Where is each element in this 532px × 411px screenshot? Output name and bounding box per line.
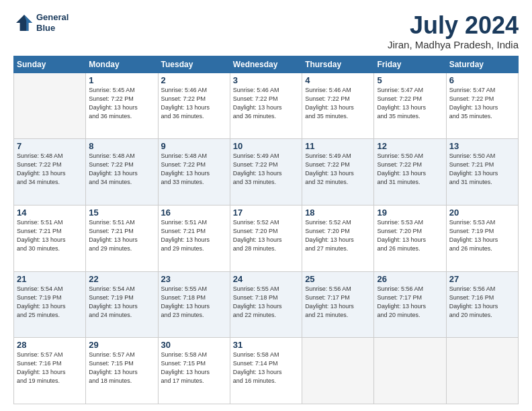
day-number: 18 bbox=[305, 208, 371, 218]
calendar-day-cell: 20Sunrise: 5:53 AMSunset: 7:19 PMDayligh… bbox=[446, 205, 518, 271]
calendar-day-cell: 21Sunrise: 5:54 AMSunset: 7:19 PMDayligh… bbox=[14, 271, 86, 338]
day-info: Sunrise: 5:46 AMSunset: 7:22 PMDaylight:… bbox=[233, 86, 299, 121]
day-number: 19 bbox=[377, 208, 443, 218]
day-number: 27 bbox=[449, 274, 515, 284]
day-number: 24 bbox=[233, 274, 299, 284]
day-info: Sunrise: 5:47 AMSunset: 7:22 PMDaylight:… bbox=[377, 86, 443, 121]
day-number: 15 bbox=[89, 208, 154, 218]
calendar-table: SundayMondayTuesdayWednesdayThursdayFrid… bbox=[13, 56, 519, 404]
day-info: Sunrise: 5:58 AMSunset: 7:14 PMDaylight:… bbox=[233, 351, 299, 385]
day-number: 30 bbox=[161, 340, 227, 350]
day-number: 4 bbox=[305, 75, 371, 85]
day-number: 23 bbox=[161, 274, 227, 284]
calendar-day-cell: 23Sunrise: 5:55 AMSunset: 7:18 PMDayligh… bbox=[158, 271, 230, 338]
day-info: Sunrise: 5:49 AMSunset: 7:22 PMDaylight:… bbox=[305, 152, 371, 187]
day-number: 16 bbox=[161, 208, 227, 218]
day-info: Sunrise: 5:54 AMSunset: 7:19 PMDaylight:… bbox=[17, 285, 83, 320]
day-info: Sunrise: 5:51 AMSunset: 7:21 PMDaylight:… bbox=[161, 218, 227, 253]
calendar-day-cell: 3Sunrise: 5:46 AMSunset: 7:22 PMDaylight… bbox=[230, 73, 302, 139]
calendar-header-sunday: Sunday bbox=[14, 56, 86, 73]
day-info: Sunrise: 5:53 AMSunset: 7:19 PMDaylight:… bbox=[449, 218, 515, 253]
calendar-header-thursday: Thursday bbox=[302, 56, 374, 73]
day-info: Sunrise: 5:52 AMSunset: 7:20 PMDaylight:… bbox=[233, 218, 299, 253]
day-number: 9 bbox=[161, 141, 227, 151]
calendar-day-cell: 26Sunrise: 5:56 AMSunset: 7:17 PMDayligh… bbox=[374, 271, 446, 338]
day-number: 11 bbox=[305, 141, 371, 151]
day-info: Sunrise: 5:55 AMSunset: 7:18 PMDaylight:… bbox=[233, 285, 299, 320]
day-number: 2 bbox=[161, 75, 227, 85]
calendar-header-saturday: Saturday bbox=[446, 56, 518, 73]
calendar-day-cell: 30Sunrise: 5:58 AMSunset: 7:15 PMDayligh… bbox=[158, 338, 230, 404]
location: Jiran, Madhya Pradesh, India bbox=[388, 39, 519, 50]
month-title: July 2024 bbox=[388, 12, 519, 39]
calendar-week-row: 14Sunrise: 5:51 AMSunset: 7:21 PMDayligh… bbox=[14, 205, 519, 271]
calendar-week-row: 28Sunrise: 5:57 AMSunset: 7:16 PMDayligh… bbox=[14, 338, 519, 404]
day-info: Sunrise: 5:47 AMSunset: 7:22 PMDaylight:… bbox=[449, 86, 515, 121]
day-info: Sunrise: 5:50 AMSunset: 7:21 PMDaylight:… bbox=[449, 152, 515, 187]
calendar-header-friday: Friday bbox=[374, 56, 446, 73]
day-info: Sunrise: 5:58 AMSunset: 7:15 PMDaylight:… bbox=[161, 351, 227, 385]
calendar-day-cell: 18Sunrise: 5:52 AMSunset: 7:20 PMDayligh… bbox=[302, 205, 374, 271]
calendar-week-row: 7Sunrise: 5:48 AMSunset: 7:22 PMDaylight… bbox=[14, 139, 519, 205]
day-info: Sunrise: 5:55 AMSunset: 7:18 PMDaylight:… bbox=[161, 285, 227, 320]
day-number: 6 bbox=[449, 75, 515, 85]
day-number: 31 bbox=[233, 340, 299, 350]
day-info: Sunrise: 5:56 AMSunset: 7:17 PMDaylight:… bbox=[305, 285, 371, 320]
calendar-day-cell: 27Sunrise: 5:56 AMSunset: 7:16 PMDayligh… bbox=[446, 271, 518, 338]
calendar-day-cell: 5Sunrise: 5:47 AMSunset: 7:22 PMDaylight… bbox=[374, 73, 446, 139]
day-number: 10 bbox=[233, 141, 299, 151]
calendar-day-cell: 13Sunrise: 5:50 AMSunset: 7:21 PMDayligh… bbox=[446, 139, 518, 205]
calendar-day-cell bbox=[374, 338, 446, 404]
calendar-day-cell: 31Sunrise: 5:58 AMSunset: 7:14 PMDayligh… bbox=[230, 338, 302, 404]
calendar-day-cell: 14Sunrise: 5:51 AMSunset: 7:21 PMDayligh… bbox=[14, 205, 86, 271]
logo-text: General Blue bbox=[36, 12, 69, 33]
day-number: 7 bbox=[17, 141, 83, 151]
day-info: Sunrise: 5:52 AMSunset: 7:20 PMDaylight:… bbox=[305, 218, 371, 253]
day-info: Sunrise: 5:48 AMSunset: 7:22 PMDaylight:… bbox=[89, 152, 154, 187]
calendar-day-cell bbox=[14, 73, 86, 139]
day-info: Sunrise: 5:46 AMSunset: 7:22 PMDaylight:… bbox=[305, 86, 371, 121]
day-info: Sunrise: 5:45 AMSunset: 7:22 PMDaylight:… bbox=[89, 86, 154, 121]
day-info: Sunrise: 5:53 AMSunset: 7:20 PMDaylight:… bbox=[377, 218, 443, 253]
day-number: 12 bbox=[377, 141, 443, 151]
day-number: 25 bbox=[305, 274, 371, 284]
day-number: 26 bbox=[377, 274, 443, 284]
calendar-day-cell: 16Sunrise: 5:51 AMSunset: 7:21 PMDayligh… bbox=[158, 205, 230, 271]
calendar-day-cell: 10Sunrise: 5:49 AMSunset: 7:22 PMDayligh… bbox=[230, 139, 302, 205]
day-number: 8 bbox=[89, 141, 154, 151]
day-number: 22 bbox=[89, 274, 154, 284]
day-info: Sunrise: 5:50 AMSunset: 7:22 PMDaylight:… bbox=[377, 152, 443, 187]
logo-icon bbox=[13, 12, 35, 34]
calendar-day-cell: 9Sunrise: 5:48 AMSunset: 7:22 PMDaylight… bbox=[158, 139, 230, 205]
calendar-header-row: SundayMondayTuesdayWednesdayThursdayFrid… bbox=[14, 56, 519, 73]
calendar-day-cell: 15Sunrise: 5:51 AMSunset: 7:21 PMDayligh… bbox=[86, 205, 158, 271]
calendar-day-cell: 22Sunrise: 5:54 AMSunset: 7:19 PMDayligh… bbox=[86, 271, 158, 338]
day-number: 3 bbox=[233, 75, 299, 85]
day-number: 21 bbox=[17, 274, 83, 284]
day-info: Sunrise: 5:51 AMSunset: 7:21 PMDaylight:… bbox=[89, 218, 154, 253]
day-number: 20 bbox=[449, 208, 515, 218]
day-info: Sunrise: 5:54 AMSunset: 7:19 PMDaylight:… bbox=[89, 285, 154, 320]
day-number: 5 bbox=[377, 75, 443, 85]
logo-line2: Blue bbox=[36, 23, 69, 34]
calendar-day-cell: 29Sunrise: 5:57 AMSunset: 7:15 PMDayligh… bbox=[86, 338, 158, 404]
day-number: 1 bbox=[89, 75, 154, 85]
calendar-week-row: 1Sunrise: 5:45 AMSunset: 7:22 PMDaylight… bbox=[14, 73, 519, 139]
calendar-day-cell: 8Sunrise: 5:48 AMSunset: 7:22 PMDaylight… bbox=[86, 139, 158, 205]
calendar-day-cell: 7Sunrise: 5:48 AMSunset: 7:22 PMDaylight… bbox=[14, 139, 86, 205]
calendar-day-cell: 19Sunrise: 5:53 AMSunset: 7:20 PMDayligh… bbox=[374, 205, 446, 271]
day-info: Sunrise: 5:57 AMSunset: 7:16 PMDaylight:… bbox=[17, 351, 83, 385]
calendar-day-cell: 1Sunrise: 5:45 AMSunset: 7:22 PMDaylight… bbox=[86, 73, 158, 139]
title-block: July 2024 Jiran, Madhya Pradesh, India bbox=[388, 12, 519, 50]
day-info: Sunrise: 5:56 AMSunset: 7:17 PMDaylight:… bbox=[377, 285, 443, 320]
calendar-header-monday: Monday bbox=[86, 56, 158, 73]
header: General Blue July 2024 Jiran, Madhya Pra… bbox=[13, 12, 519, 50]
calendar-day-cell: 2Sunrise: 5:46 AMSunset: 7:22 PMDaylight… bbox=[158, 73, 230, 139]
day-info: Sunrise: 5:51 AMSunset: 7:21 PMDaylight:… bbox=[17, 218, 83, 253]
calendar-day-cell: 6Sunrise: 5:47 AMSunset: 7:22 PMDaylight… bbox=[446, 73, 518, 139]
calendar-week-row: 21Sunrise: 5:54 AMSunset: 7:19 PMDayligh… bbox=[14, 271, 519, 338]
calendar-header-tuesday: Tuesday bbox=[158, 56, 230, 73]
logo-line1: General bbox=[36, 12, 69, 23]
calendar-day-cell: 17Sunrise: 5:52 AMSunset: 7:20 PMDayligh… bbox=[230, 205, 302, 271]
day-info: Sunrise: 5:48 AMSunset: 7:22 PMDaylight:… bbox=[161, 152, 227, 187]
